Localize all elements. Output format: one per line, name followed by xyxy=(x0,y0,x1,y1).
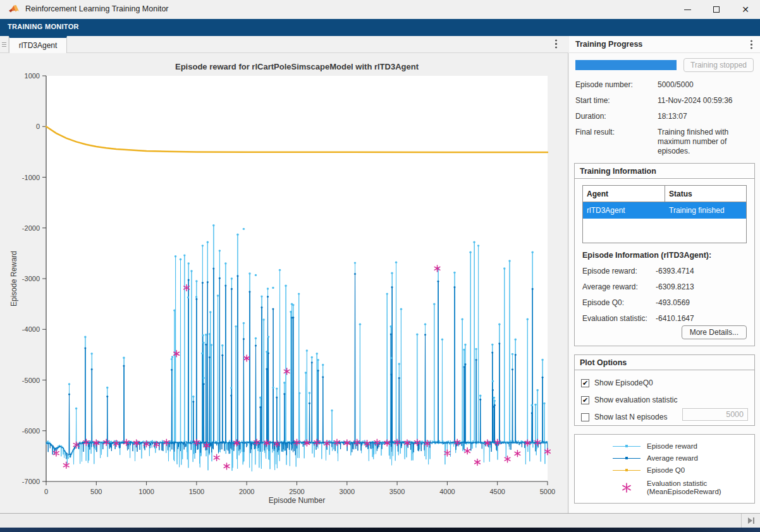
training-chart[interactable]: 10000-1000-2000-3000-4000-5000-6000-7000… xyxy=(0,53,568,513)
plot-options-title: Plot Options xyxy=(580,358,627,367)
panel-menu-button[interactable] xyxy=(751,40,752,52)
agent-cell: rlTD3Agent xyxy=(583,202,665,219)
agent-status-table: Agent Status rlTD3Agent Training finishe… xyxy=(582,185,747,243)
svg-text:2500: 2500 xyxy=(289,488,304,495)
svg-text:2000: 2000 xyxy=(239,488,254,495)
episode-information-title: Episode Information (rlTD3Agent): xyxy=(582,251,711,260)
checkmark-icon: ✔ xyxy=(582,379,588,386)
panel-header: Training Progress xyxy=(569,36,760,53)
statusbar-divider xyxy=(741,514,742,528)
svg-text:4000: 4000 xyxy=(439,488,455,495)
checkbox-label: Show last N episodes xyxy=(594,413,667,421)
table-row[interactable]: rlTD3Agent Training finished xyxy=(583,202,746,219)
minimize-button[interactable] xyxy=(673,0,702,19)
svg-text:4500: 4500 xyxy=(489,488,505,495)
episode-q0-label: Episode Q0: xyxy=(582,298,624,307)
status-column-header: Status xyxy=(665,186,746,202)
status-cell: Training finished xyxy=(665,202,746,219)
tab-grip-handle[interactable] xyxy=(0,36,9,53)
legend-label: Episode Q0 xyxy=(647,466,685,475)
agent-column-header: Agent xyxy=(583,186,665,202)
svg-text:-4000: -4000 xyxy=(22,325,40,333)
episode-number-value: 5000/5000 xyxy=(658,80,756,90)
legend-item-average-reward: Average reward xyxy=(575,453,754,463)
legend-line-swatch xyxy=(613,465,640,475)
kebab-icon xyxy=(751,40,752,49)
statusbar xyxy=(0,513,760,528)
svg-text:0: 0 xyxy=(36,123,40,130)
svg-text:-1000: -1000 xyxy=(22,174,40,181)
ribbon: TRAINING MONITOR xyxy=(0,19,760,36)
average-reward-label: Average reward: xyxy=(582,282,638,291)
svg-text:Episode Number: Episode Number xyxy=(269,496,325,505)
svg-text:500: 500 xyxy=(90,488,102,495)
legend-label: Episode reward xyxy=(647,442,697,450)
training-stopped-button[interactable]: Training stopped xyxy=(683,58,754,72)
kebab-icon xyxy=(555,39,557,49)
start-time-value: 11-Nov-2024 00:59:36 xyxy=(658,96,756,106)
maximize-button[interactable] xyxy=(702,0,731,19)
evaluation-statistic-value: -6410.1647 xyxy=(656,314,694,323)
close-button[interactable]: ✕ xyxy=(731,0,760,19)
legend-item-evaluation-statistic: Evaluation statistic (MeanEpisodeReward) xyxy=(575,479,754,497)
duration-label: Duration: xyxy=(575,112,656,121)
svg-text:-7000: -7000 xyxy=(22,478,40,485)
svg-text:-2000: -2000 xyxy=(22,224,40,232)
tab-label: rlTD3Agent xyxy=(19,41,58,50)
ribbon-tab-training-monitor[interactable]: TRAINING MONITOR xyxy=(8,23,79,30)
progress-fill xyxy=(575,60,677,70)
checkmark-icon: ✔ xyxy=(582,396,588,403)
episode-reward-value: -6393.4714 xyxy=(656,267,694,275)
maximize-icon xyxy=(713,6,720,13)
legend-item-episode-q0: Episode Q0 xyxy=(575,465,754,475)
chart-legend: Episode reward Average reward Episode Q0… xyxy=(574,434,755,504)
svg-text:1000: 1000 xyxy=(138,488,154,495)
checkbox-show-episodeq0[interactable]: ✔ Show EpisodeQ0 xyxy=(581,378,653,388)
skip-to-end-icon[interactable] xyxy=(747,517,755,524)
figure-panel: 10000-1000-2000-3000-4000-5000-6000-7000… xyxy=(0,53,568,513)
tab-rltd3agent[interactable]: rlTD3Agent xyxy=(9,36,67,53)
svg-text:3000: 3000 xyxy=(340,488,355,495)
panel-title: Training Progress xyxy=(575,40,642,49)
evaluation-statistic-label: Evaluation statistic: xyxy=(582,314,647,323)
document-tabstrip: rlTD3Agent xyxy=(0,36,568,53)
legend-label: Average reward xyxy=(647,454,698,462)
asterisk-icon xyxy=(613,483,640,493)
checkbox-box: ✔ xyxy=(581,379,589,387)
matlab-logo-icon xyxy=(9,4,19,15)
svg-text:-6000: -6000 xyxy=(22,427,40,435)
close-icon: ✕ xyxy=(742,5,749,14)
svg-text:5000: 5000 xyxy=(540,488,555,495)
svg-text:Episode Reward: Episode Reward xyxy=(9,251,18,306)
plot-options-section: Plot Options ✔ Show EpisodeQ0 ✔ Show eva… xyxy=(574,354,755,426)
last-n-episodes-input[interactable] xyxy=(682,408,748,421)
checkbox-show-evaluation-statistic[interactable]: ✔ Show evaluation statistic xyxy=(581,395,677,405)
training-information-header: Training Information xyxy=(575,164,754,179)
checkbox-box: ✔ xyxy=(581,413,589,421)
taskbar-sliver xyxy=(0,528,760,532)
plot-options-header: Plot Options xyxy=(575,355,754,370)
training-information-section: Training Information Agent Status rlTD3A… xyxy=(574,163,755,346)
episode-q0-value: -493.0569 xyxy=(656,298,690,307)
minimize-icon xyxy=(684,9,691,10)
app-window: Reinforcement Learning Training Monitor … xyxy=(0,0,760,532)
checkbox-box: ✔ xyxy=(581,396,589,404)
legend-line-swatch xyxy=(613,453,640,463)
final-result-value: Training finished with maximum number of… xyxy=(658,128,756,156)
average-reward-value: -6309.8213 xyxy=(656,282,694,291)
checkbox-label: Show evaluation statistic xyxy=(594,396,677,404)
titlebar: Reinforcement Learning Training Monitor … xyxy=(0,0,760,19)
duration-value: 18:13:07 xyxy=(658,112,756,121)
training-progress-panel: Training Progress Training stopped Episo… xyxy=(569,36,760,513)
start-time-label: Start time: xyxy=(575,96,656,105)
checkbox-label: Show EpisodeQ0 xyxy=(594,378,653,387)
legend-label: Evaluation statistic (MeanEpisodeReward) xyxy=(647,480,721,496)
checkbox-show-last-n-episodes[interactable]: ✔ Show last N episodes xyxy=(581,412,667,422)
training-information-title: Training Information xyxy=(580,167,656,176)
final-result-label: Final result: xyxy=(575,128,656,136)
training-progress-bar xyxy=(575,60,677,70)
svg-text:1500: 1500 xyxy=(189,488,204,495)
tabstrip-menu-button[interactable] xyxy=(555,39,557,51)
more-details-button[interactable]: More Details... xyxy=(682,325,747,339)
legend-line-swatch xyxy=(613,441,640,451)
